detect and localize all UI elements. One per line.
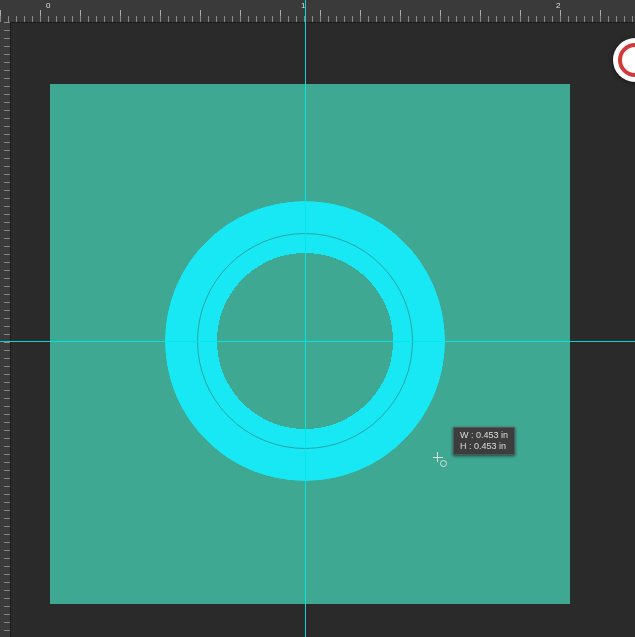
tooltip-h-value: 0.453 in — [474, 441, 506, 451]
artboard[interactable] — [50, 84, 570, 604]
tooltip-w-row: W : 0.453 in — [460, 430, 508, 441]
ruler-v-ticks — [0, 22, 10, 637]
ruler-h-label-1: 1 — [301, 1, 305, 10]
tooltip-h-label: H : — [460, 441, 472, 451]
ruler-h-ticks — [0, 0, 635, 22]
tooltip-w-label: W : — [460, 430, 474, 440]
ring-shape[interactable] — [165, 201, 445, 481]
ruler-h-label-0: 0 — [46, 1, 50, 10]
tooltip-h-row: H : 0.453 in — [460, 441, 508, 452]
dimensions-tooltip: W : 0.453 in H : 0.453 in — [453, 427, 515, 455]
ruler-h-label-2: 2 — [556, 1, 560, 10]
canvas-stage[interactable] — [10, 22, 635, 637]
tooltip-w-value: 0.453 in — [476, 430, 508, 440]
record-icon — [618, 43, 635, 77]
ruler-horizontal[interactable]: 0 1 2 — [0, 0, 635, 23]
